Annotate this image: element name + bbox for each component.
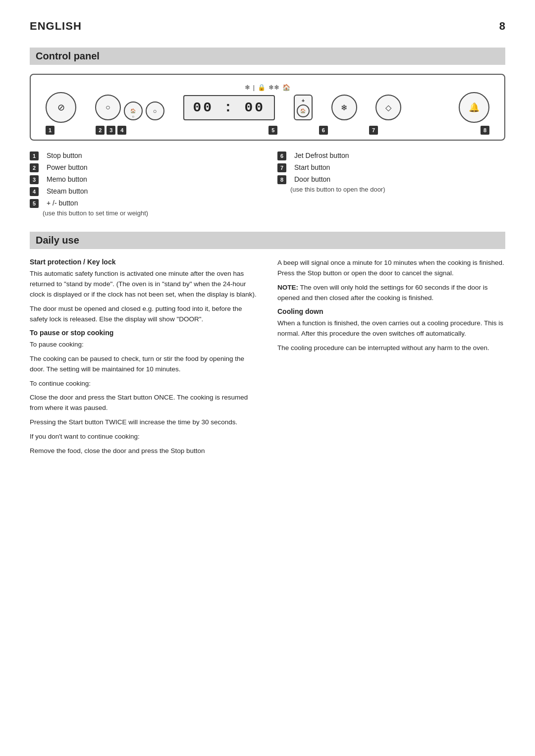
legend-num-2: 2	[30, 163, 39, 172]
memo-icon: 🏠	[130, 108, 136, 113]
pause-stop-para-4: Close the door and press the Start butto…	[30, 393, 258, 413]
pause-stop-para-6: If you don't want to continue cooking:	[30, 432, 258, 442]
door-button-diagram: 🔔	[459, 92, 489, 123]
legend-label-1: Stop button	[47, 151, 82, 161]
top-icon-strip: ❄ | 🔒 ❄❄ 🏠	[41, 84, 494, 91]
legend-item-8: 8 Door button	[277, 174, 505, 185]
subsection-pause-stop: To pause or stop cooking To pause cookin…	[30, 329, 258, 456]
legend-item-3: 3 Memo button	[30, 174, 258, 185]
cooling-title: Cooling down	[277, 307, 505, 315]
door-icon: 🔔	[469, 102, 480, 113]
key-lock-title: Start protection / Key lock	[30, 258, 258, 266]
diagram-section-1: ⊘	[46, 92, 76, 123]
num-group-234: 2 3 4	[96, 126, 126, 135]
num-4: 4	[117, 126, 126, 135]
stop-icon: ⊘	[57, 102, 65, 113]
control-panel-section: Control panel ❄ | 🔒 ❄❄ 🏠 ⊘ ○	[30, 48, 505, 220]
num-group-8: 8	[481, 126, 489, 135]
legend-item-2: 2 Power button	[30, 162, 258, 173]
legend-sub-8: (use this button to open the door)	[277, 185, 505, 194]
cooling-para-1: When a function is finished, the oven ca…	[277, 318, 505, 339]
legend-label-8: Door button	[294, 174, 330, 185]
legend-item-7: 7 Start button	[277, 162, 505, 173]
legend-container: 1 Stop button 2 Power button 3 Memo butt…	[30, 151, 505, 220]
diagram-section-7: ◇	[375, 95, 401, 120]
diagram-section-2: ○	[95, 95, 121, 120]
legend-num-7: 7	[277, 163, 286, 172]
num-3: 3	[107, 126, 115, 135]
beep-para-2: NOTE: The oven will only hold the settin…	[277, 283, 505, 303]
num-1: 1	[46, 126, 54, 135]
time-display: 00 : 00	[183, 95, 275, 120]
daily-left-col: Start protection / Key lock This automat…	[30, 258, 258, 460]
pause-stop-title: To pause or stop cooking	[30, 329, 258, 337]
key-lock-para-2: The door must be opened and closed e.g. …	[30, 304, 258, 325]
legend-num-4: 4	[30, 187, 39, 196]
icon-lock: 🔒	[258, 84, 266, 91]
legend-num-5: 5	[30, 199, 39, 208]
page-header: ENGLISH 8	[30, 20, 505, 33]
sub-circle: 🏠	[297, 104, 310, 117]
power-icon: ○	[106, 103, 110, 112]
note-label: NOTE:	[277, 284, 298, 291]
steam-icon: ○	[153, 107, 157, 115]
legend-num-6: 6	[277, 151, 286, 160]
legend-label-2: Power button	[47, 162, 88, 173]
subsection-beep: A beep will signal once a minute for 10 …	[277, 258, 505, 303]
legend-left: 1 Stop button 2 Power button 3 Memo butt…	[30, 151, 258, 220]
jet-defrost-button-diagram: ❄	[331, 95, 357, 120]
diagram-section-8: 🔔	[459, 92, 489, 123]
legend-num-3: 3	[30, 175, 39, 184]
memo-inner: ○	[132, 114, 134, 119]
pause-stop-para-3: To continue cooking:	[30, 379, 258, 389]
display-section: 00 : 00	[183, 95, 275, 120]
legend-sub-5: (use this button to set time or weight)	[30, 209, 258, 218]
control-panel-heading: Control panel	[30, 48, 505, 65]
num-group-5: 5	[268, 126, 277, 135]
daily-use-heading: Daily use	[30, 232, 505, 249]
steam-button-diagram: ○	[146, 101, 164, 120]
daily-use-section: Daily use Start protection / Key lock Th…	[30, 232, 505, 460]
pause-stop-para-1: To pause cooking:	[30, 340, 258, 350]
diagram-number-row: 1 2 3 4 5 6 7 8	[41, 123, 494, 135]
legend-item-1: 1 Stop button	[30, 151, 258, 161]
num-group-7: 7	[369, 126, 378, 135]
diagram-section-3: 🏠 ○	[124, 101, 143, 120]
num-2: 2	[96, 126, 105, 135]
num-6: 6	[319, 126, 328, 135]
legend-item-6: 6 Jet Defrost button	[277, 151, 505, 161]
daily-use-content: Start protection / Key lock This automat…	[30, 258, 505, 460]
key-lock-para-1: This automatic safety function is activa…	[30, 269, 258, 300]
plus-icon: + 🏠	[297, 98, 310, 117]
diagram-group-234: ○ 🏠 ○ ○	[95, 95, 164, 120]
diagram-section-5: + 🏠	[294, 95, 313, 120]
jet-defrost-icon: ❄	[341, 103, 347, 112]
legend-label-3: Memo button	[47, 174, 87, 185]
plus-minus-button-diagram: + 🏠	[294, 95, 313, 120]
num-8: 8	[481, 126, 489, 135]
diagram-section-4: ○	[146, 101, 164, 120]
legend-label-5: + /- button	[47, 198, 78, 208]
num-group-6: 6	[319, 126, 328, 135]
num-5: 5	[268, 126, 277, 135]
beep-para-1: A beep will signal once a minute for 10 …	[277, 258, 505, 279]
icon-snowflakes: ❄❄	[268, 84, 279, 91]
beep-note-text: The oven will only hold the settings for…	[277, 284, 487, 302]
legend-num-8: 8	[277, 175, 286, 184]
memo-button-diagram: 🏠 ○	[124, 101, 143, 120]
icon-bar: |	[253, 84, 255, 91]
page-title: ENGLISH	[30, 20, 82, 33]
legend-right: 6 Jet Defrost button 7 Start button 8 Do…	[277, 151, 505, 220]
legend-label-4: Steam button	[47, 186, 88, 197]
legend-item-5: 5 + /- button	[30, 198, 258, 208]
page-number: 8	[499, 20, 505, 33]
icon-snowflake: ❄	[245, 84, 250, 91]
legend-num-1: 1	[30, 151, 39, 160]
legend-label-7: Start button	[294, 162, 330, 173]
pause-stop-para-5: Pressing the Start button TWICE will inc…	[30, 417, 258, 428]
start-icon: ◇	[385, 103, 391, 112]
power-button-diagram: ○	[95, 95, 121, 120]
subsection-cooling: Cooling down When a function is finished…	[277, 307, 505, 353]
stop-button-diagram: ⊘	[46, 92, 76, 123]
icon-house: 🏠	[282, 84, 290, 91]
